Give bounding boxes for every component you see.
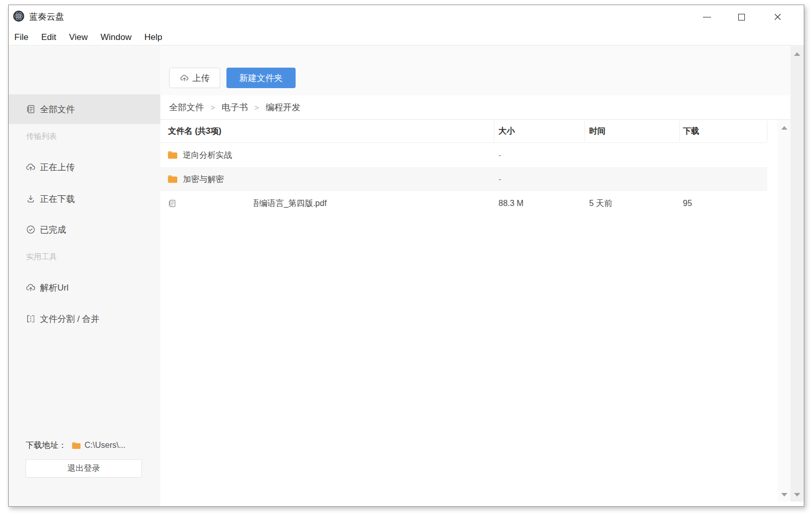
censored-region — [182, 198, 254, 209]
sidebar-item-label: 正在下载 — [40, 193, 75, 205]
table-row-folder-2[interactable]: 加密与解密 - — [160, 167, 767, 191]
check-circle-icon — [26, 224, 36, 235]
file-table: 文件名 (共3项) 大小 时间 下载 逆向分析实战 - — [160, 120, 767, 215]
window-scrollbar[interactable] — [790, 46, 804, 502]
folder-icon — [72, 442, 81, 449]
sidebar-section-utilities: 实用工具 — [26, 252, 149, 262]
file-downloads — [680, 167, 767, 191]
app-window: 蓝奏云盘 File Edit View Window Help 全部文件 传输列… — [8, 5, 804, 507]
table-row-folder-1[interactable]: 逆向分析实战 - — [160, 143, 767, 167]
file-time — [585, 143, 680, 167]
sidebar-item-label: 解析Url — [40, 282, 69, 294]
column-header-time: 时间 — [585, 121, 680, 141]
menu-view[interactable]: View — [68, 31, 90, 44]
file-time: 5 天前 — [585, 191, 680, 215]
download-path-label: 下载地址： — [26, 440, 67, 451]
scroll-up-icon[interactable] — [794, 52, 800, 56]
download-path-row[interactable]: 下载地址： C:\Users\... — [26, 439, 154, 451]
upload-button-label: 上传 — [193, 72, 210, 84]
menu-file[interactable]: File — [13, 31, 30, 44]
sidebar-item-label: 全部文件 — [40, 104, 75, 115]
file-size: 88.3 M — [494, 191, 585, 215]
scroll-up-icon[interactable] — [781, 126, 787, 130]
scroll-down-icon[interactable] — [794, 493, 800, 497]
window-title: 蓝奏云盘 — [29, 11, 64, 23]
column-header-downloads: 下载 — [680, 121, 767, 141]
breadcrumb-separator: > — [255, 103, 259, 112]
censored-text-fragment: 语 — [254, 191, 259, 215]
table-header-row: 文件名 (共3项) 大小 时间 下载 — [160, 120, 767, 143]
file-downloads — [680, 143, 767, 167]
file-size: - — [494, 167, 585, 191]
sidebar-section-transfer-list: 传输列表 — [26, 132, 149, 141]
sidebar-item-label: 文件分割 / 合并 — [40, 313, 99, 325]
main-panel: 上传 新建文件夹 全部文件 > 电子书 > 编程开发 文件名 (共3项) 大小 … — [160, 46, 804, 506]
column-header-size: 大小 — [494, 121, 585, 141]
folder-icon — [168, 175, 178, 183]
menu-bar: File Edit View Window Help — [9, 30, 804, 46]
cloud-upload-icon — [26, 162, 36, 172]
table-scrollbar[interactable] — [778, 120, 790, 502]
download-path-value: C:\Users\... — [85, 441, 126, 450]
document-icon — [26, 104, 36, 114]
column-header-name: 文件名 (共3项) — [160, 121, 494, 141]
sidebar-item-completed[interactable]: 已完成 — [9, 219, 160, 240]
sidebar-item-uploading[interactable]: 正在上传 — [9, 157, 160, 177]
content-area: 全部文件 传输列表 正在上传 正在下载 已完成 — [9, 46, 804, 506]
file-time — [585, 167, 680, 191]
file-name[interactable]: 编语言_第四版.pdf — [259, 191, 327, 215]
new-folder-button[interactable]: 新建文件夹 — [226, 68, 296, 88]
sidebar: 全部文件 传输列表 正在上传 正在下载 已完成 — [9, 46, 160, 506]
folder-icon — [168, 151, 178, 159]
download-icon — [26, 194, 36, 204]
maximize-button[interactable] — [733, 9, 750, 25]
minimize-icon — [703, 17, 711, 17]
file-name[interactable]: 逆向分析实战 — [183, 143, 232, 167]
menu-edit[interactable]: Edit — [39, 31, 57, 44]
cloud-upload-icon — [180, 73, 189, 83]
menu-window[interactable]: Window — [99, 31, 133, 44]
file-document-icon — [168, 198, 177, 209]
close-icon — [774, 13, 782, 21]
toolbar: 上传 新建文件夹 — [160, 46, 790, 95]
minimize-button[interactable] — [698, 9, 716, 25]
sidebar-item-split-merge[interactable]: 文件分割 / 合并 — [9, 308, 160, 329]
title-bar: 蓝奏云盘 — [9, 5, 804, 30]
breadcrumb-separator: > — [211, 103, 215, 112]
breadcrumb-ebooks[interactable]: 电子书 — [222, 101, 248, 113]
breadcrumb-all-files[interactable]: 全部文件 — [169, 101, 204, 113]
cloud-upload-icon — [26, 282, 36, 293]
sidebar-item-label: 已完成 — [40, 224, 66, 236]
maximize-icon — [738, 14, 745, 20]
close-button[interactable] — [769, 9, 786, 25]
sidebar-item-parse-url[interactable]: 解析Url — [9, 277, 160, 298]
upload-button[interactable]: 上传 — [169, 68, 220, 88]
table-row-file-pdf[interactable]: 语 编语言_第四版.pdf 88.3 M 5 天前 95 — [160, 191, 767, 215]
menu-help[interactable]: Help — [143, 31, 164, 44]
breadcrumb: 全部文件 > 电子书 > 编程开发 — [160, 95, 790, 120]
app-logo-icon — [13, 10, 25, 22]
scroll-down-icon[interactable] — [781, 493, 787, 497]
breadcrumb-current: 编程开发 — [266, 101, 301, 113]
sidebar-item-all-files[interactable]: 全部文件 — [9, 99, 160, 119]
file-downloads: 95 — [680, 191, 767, 215]
split-merge-icon — [26, 314, 36, 324]
sidebar-item-label: 正在上传 — [40, 161, 75, 173]
file-name[interactable]: 加密与解密 — [183, 167, 224, 191]
logout-button[interactable]: 退出登录 — [26, 459, 142, 478]
sidebar-item-downloading[interactable]: 正在下载 — [9, 189, 160, 209]
file-size: - — [494, 143, 585, 167]
